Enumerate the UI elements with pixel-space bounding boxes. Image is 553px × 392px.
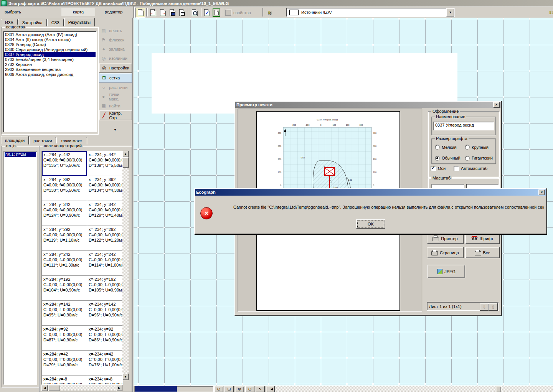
toolbar-save-button[interactable] — [167, 8, 177, 18]
conc-line: x=-234; y=242 — [89, 252, 123, 257]
conc-cell[interactable]: x=-234; y=142C=0,00; f=0,00(0,00)D=96°; … — [87, 301, 123, 325]
area-item[interactable]: пл.1; h=2м — [5, 152, 36, 157]
page-button[interactable]: Страница — [427, 247, 464, 258]
toolbar-check-button[interactable]: ✓ — [202, 8, 212, 18]
scroll-down-icon[interactable]: ▼ — [122, 374, 129, 380]
tab-top-3[interactable]: СЗЗ — [47, 19, 64, 26]
menu-editor[interactable]: редактор — [94, 8, 133, 16]
toolbar-preview-button[interactable] — [190, 8, 200, 18]
error-close-icon[interactable]: × — [538, 189, 545, 195]
conc-vscrollbar[interactable]: ▲ ▼ — [122, 151, 129, 384]
toolbar-layers-button[interactable]: ≋ — [265, 8, 275, 18]
printer-button[interactable]: Принтер — [427, 233, 464, 244]
scroll-left-icon[interactable]: ◀ — [41, 385, 48, 391]
substance-item[interactable]: 2732 Керосин — [4, 62, 96, 67]
conc-cell[interactable]: x=-284; y=392C=0,00; f=0,00(0,00)D=130°;… — [42, 176, 87, 201]
next-sheet-button[interactable]: ⇧ — [489, 303, 498, 311]
sources-combobox[interactable]: Источники /IZA/ ▼ — [286, 8, 455, 17]
radio-option[interactable]: Мелкий — [435, 143, 465, 151]
conc-cell[interactable]: x=-234; y=342C=0,00; f=0,00(0,00)D=129°;… — [87, 201, 123, 226]
conc-cell[interactable]: x=-284; y=42C=0,00; f=0,00(0,00)D=79°; U… — [42, 351, 87, 375]
fill-icon: ● — [101, 46, 106, 52]
conc-cell[interactable]: x=-284; y=-8C=0,00; f=0,00(0,00) — [42, 376, 87, 385]
conc-cell[interactable]: x=-234; y=-8C=0,00; f=0,00(0,00) — [87, 376, 123, 385]
substance-item[interactable]: 0703 Бенз/а/пирен (3,4-Бензпирен) — [4, 57, 96, 62]
conc-line: x=-284; y=142 — [43, 301, 85, 307]
sidebtn-contour[interactable]: ╱Контр. Отр — [99, 110, 132, 120]
all-button[interactable]: Все — [465, 247, 500, 258]
toolbar-frame-button[interactable] — [211, 8, 221, 18]
substances-group: вещества 0301 Азота диоксид (Азот (IV) о… — [2, 27, 98, 134]
conc-cell[interactable]: x=-234; y=42C=0,00; f=0,00(0,00)D=76°; U… — [87, 351, 123, 375]
pan-button[interactable]: ↖ — [256, 386, 265, 392]
combobox-dropdown-arrow-icon[interactable]: ▼ — [446, 8, 454, 16]
prev-sheet-button[interactable]: ⇩ — [480, 303, 489, 311]
conc-line: x=-234; y=442 — [89, 152, 123, 157]
sidebtn-settings[interactable]: ◎настройки — [99, 63, 132, 72]
autoscale-checkbox[interactable]: Автомасштаб — [454, 166, 487, 171]
conc-cell[interactable]: x=-284; y=292C=0,00; f=0,00(0,00)D=119°;… — [42, 226, 87, 250]
substance-item[interactable]: 0337 Углерод оксид — [4, 52, 96, 57]
map-scroll-left-icon[interactable]: ◀ — [269, 386, 275, 392]
vscroll-thumb[interactable] — [122, 157, 129, 168]
conc-cell[interactable]: x=-234; y=242C=0,00; f=0,00(0,00)D=114°;… — [87, 251, 123, 275]
scroll-right-icon[interactable]: ▶ — [116, 385, 122, 391]
menu-select[interactable]: выбрать — [1, 8, 25, 16]
axes-checkbox[interactable]: Оси — [431, 166, 446, 171]
areas-listbox[interactable]: пл.1; h=2м — [3, 151, 37, 385]
radio-option[interactable]: Крупный — [465, 143, 495, 151]
name-input[interactable]: 0337 Углерод оксид — [433, 122, 494, 130]
hscroll-thumb[interactable] — [48, 385, 60, 391]
tab-top-4[interactable]: Результаты — [64, 18, 95, 26]
substance-item[interactable]: 2902 Взвешенные вещества — [4, 67, 96, 72]
substance-item[interactable]: 0330 Сера диоксид (Ангидрид сернистый) — [4, 47, 96, 52]
conc-cell[interactable]: x=-284; y=192C=0,00; f=0,00(0,00)D=104°;… — [42, 276, 87, 300]
ok-button[interactable]: OK — [356, 219, 385, 229]
calc-icon: ○ — [101, 85, 106, 90]
zoom-out-button[interactable]: ⊖ — [245, 386, 254, 392]
map-hscroll-thumb[interactable] — [496, 386, 501, 392]
toolbar-save-table-button[interactable] — [177, 8, 187, 18]
error-dialog-titlebar[interactable]: Ecograph × — [195, 189, 546, 196]
conc-cell[interactable]: x=-234; y=392C=0,00; f=0,00(0,00)D=134°;… — [87, 176, 123, 201]
conc-cell[interactable]: x=-284; y=242C=0,00; f=0,00(0,00)D=111°;… — [42, 251, 87, 275]
conc-cell[interactable]: x=-284; y=342C=0,00; f=0,00(0,00)D=124°;… — [42, 201, 87, 226]
conc-row: x=-284; y=342C=0,00; f=0,00(0,00)D=124°;… — [42, 201, 123, 226]
preview-dialog-titlebar[interactable]: Просмотр печати × — [235, 102, 501, 108]
preview-close-icon[interactable]: × — [493, 102, 500, 108]
substance-item[interactable]: 6009 Азота диоксид, серы диоксид — [4, 72, 96, 77]
conc-line: C=0,00; f=0,00(0,00) — [89, 282, 123, 287]
toolbar-new-button[interactable] — [135, 8, 145, 18]
tab-bottom-1[interactable]: площадки — [1, 136, 29, 145]
conc-cell[interactable]: x=-284; y=442C=0,00; f=0,00(0,00)D=135°;… — [42, 151, 87, 176]
map-hscrollbar[interactable]: ◀ — [269, 386, 553, 392]
conc-cell[interactable]: x=-284; y=92C=0,00; f=0,00(0,00)D=87°; U… — [42, 326, 87, 350]
menu-map[interactable]: карта — [61, 8, 95, 16]
conc-cell[interactable]: x=-234; y=292C=0,00; f=0,00(0,00)D=122°;… — [87, 226, 123, 250]
conc-hscrollbar[interactable]: ◀ ▶ — [41, 385, 122, 390]
toolbar-import-button[interactable]: → — [148, 8, 158, 18]
substance-item[interactable]: 0301 Азота диоксид (Азот (IV) оксид) — [4, 32, 96, 37]
jpeg-button[interactable]: JPEG — [428, 265, 465, 278]
toolbar-properties-button[interactable]: свойства — [225, 8, 257, 18]
conc-cell[interactable]: x=-234; y=442C=0,00; f=0,00(0,00)D=139°;… — [87, 151, 123, 176]
more-tools-arrow-icon[interactable]: ▼ — [111, 128, 119, 132]
conc-cell[interactable]: x=-234; y=192C=0,00; f=0,00(0,00)D=105°;… — [87, 276, 123, 300]
toolbar-edge-button[interactable]: ≋ — [548, 8, 553, 18]
conc-cell[interactable]: x=-284; y=142C=0,00; f=0,00(0,00)D=95°; … — [42, 301, 87, 325]
toolbar-export-button[interactable]: → — [158, 8, 168, 18]
conc-cell[interactable]: x=-234; y=92C=0,00; f=0,00(0,00)D=86°; U… — [87, 326, 123, 350]
scroll-up-icon[interactable]: ▲ — [122, 151, 129, 157]
conc-table[interactable]: x=-284; y=442C=0,00; f=0,00(0,00)D=135°;… — [41, 151, 123, 385]
jpeg-icon — [437, 269, 442, 274]
zoom-rect-button[interactable]: ⊡ — [225, 386, 234, 392]
substance-item[interactable]: 0328 Углерод (Сажа) — [4, 42, 96, 47]
substances-listbox[interactable]: 0301 Азота диоксид (Азот (IV) оксид)0304… — [3, 31, 97, 132]
zoom-in-button[interactable]: ⊕ — [235, 386, 244, 392]
radio-option[interactable]: Гигантский — [465, 155, 495, 162]
font-button[interactable]: AA Шрифт — [465, 233, 500, 244]
substance-item[interactable]: 0304 Азот (II) оксид (Азота оксид) — [4, 37, 96, 42]
radio-checked[interactable]: Обычный — [435, 155, 465, 162]
sidebtn-grid[interactable]: ⊞сетка — [99, 73, 132, 82]
zoom-page-button[interactable]: ⊙ — [214, 386, 223, 392]
